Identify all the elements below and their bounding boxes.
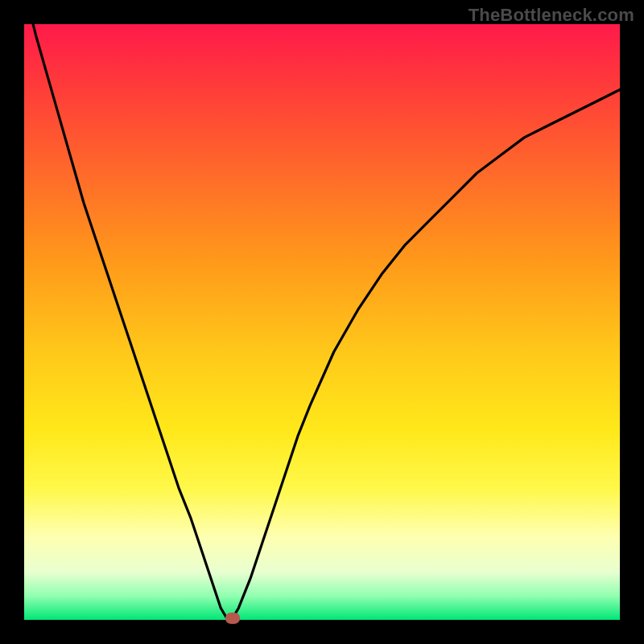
optimum-marker xyxy=(225,613,240,624)
chart-frame: TheBottleneck.com xyxy=(0,0,644,644)
curve-svg xyxy=(24,24,620,620)
watermark-text: TheBottleneck.com xyxy=(469,5,634,26)
bottleneck-curve xyxy=(24,24,620,618)
plot-area xyxy=(24,24,620,620)
